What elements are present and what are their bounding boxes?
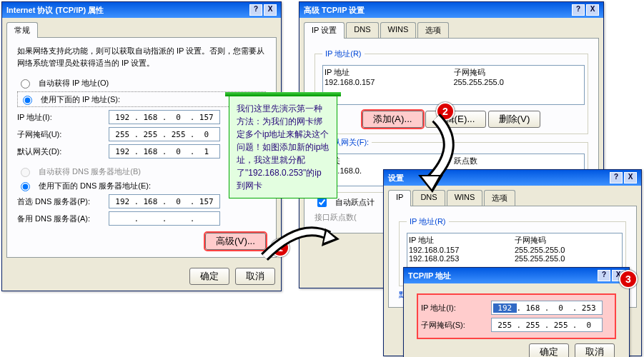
ok-button[interactable]: 确定: [189, 268, 229, 285]
col-ip: IP 地址: [325, 67, 454, 78]
ip-label: IP 地址(I):: [421, 303, 485, 313]
radio-use-dns-label: 使用下面的 DNS 服务器地址(E):: [39, 181, 151, 191]
close-button[interactable]: X: [264, 4, 277, 16]
title-text: 高级 TCP/IP 设置: [304, 5, 365, 16]
dns1-label: 首选 DNS 服务器(P):: [17, 196, 103, 207]
radio-use-ip[interactable]: [23, 96, 32, 105]
radio-use-dns[interactable]: [21, 182, 30, 191]
radio-use-ip-label: 使用下面的 IP 地址(S):: [41, 94, 120, 105]
add-button[interactable]: 添加(A)...: [362, 111, 423, 128]
col-gw: 网关: [325, 156, 454, 166]
tab-general[interactable]: 常规: [6, 22, 38, 38]
tabstrip: 常规: [2, 18, 281, 37]
ip-row[interactable]: 192.168.0.157255.255.255.0: [409, 246, 620, 254]
ip-row[interactable]: 192.168.0.157255.255.255.0: [325, 78, 583, 86]
ok-button[interactable]: 确定: [529, 343, 569, 357]
ip-row[interactable]: 192.168.0.253255.255.255.0: [409, 254, 620, 263]
mask-input[interactable]: 255.255.255.0: [491, 318, 603, 332]
cancel-button[interactable]: 取消: [235, 268, 275, 285]
tab-wins[interactable]: WINS: [447, 190, 483, 206]
tab-dns[interactable]: DNS: [412, 190, 445, 206]
radio-auto-dns-label: 自动获得 DNS 服务器地址(B): [39, 166, 141, 177]
help-button[interactable]: ?: [572, 4, 585, 16]
titlebar: Internet 协议 (TCP/IP) 属性 ? X: [2, 2, 281, 18]
close-button[interactable]: X: [586, 4, 599, 16]
mask-label: 子网掩码(S):: [421, 320, 485, 331]
mask-input[interactable]: 255.255.255.0: [109, 127, 220, 141]
col-hop: 跃点数: [454, 156, 583, 166]
description: 如果网络支持此功能，则可以获取自动指派的 IP 设置。否则，您需要从网络系统管理…: [17, 45, 266, 69]
tcpip-address-dialog: TCP/IP 地址 ?X IP 地址(I): 192.168.0.253 子网掩…: [403, 267, 630, 357]
col-mask: 子网掩码: [454, 67, 583, 78]
instruction-callout: 我们这里先演示第一种方法：为我们的网卡绑定多个ip地址来解决这个问题！如图添加新…: [229, 96, 337, 198]
close-button[interactable]: X: [624, 172, 637, 183]
gw-label: 默认网关(D):: [17, 146, 103, 157]
help-button[interactable]: ?: [249, 4, 262, 16]
cancel-button[interactable]: 取消: [575, 343, 615, 357]
titlebar: TCP/IP 地址 ?X: [404, 268, 629, 283]
edit-button[interactable]: 编辑(E)...: [425, 111, 486, 128]
ip-input[interactable]: 192.168.0.253: [491, 301, 603, 315]
titlebar: 设置 ?X: [384, 170, 641, 186]
ip-legend: IP 地址(R): [407, 216, 449, 227]
radio-auto-ip-label: 自动获得 IP 地址(O): [39, 78, 109, 89]
radio-auto-dns: [21, 168, 30, 177]
tab-ipsettings[interactable]: IP: [388, 190, 411, 206]
step-badge-2: 2: [436, 102, 455, 121]
col-mask: 子网掩码: [515, 235, 620, 246]
help-button[interactable]: ?: [610, 172, 623, 183]
ip-addresses-group: IP 地址(R) IP 地址子网掩码 192.168.0.157255.255.…: [314, 49, 588, 134]
gw-input[interactable]: 192.168.0.1: [109, 144, 220, 159]
help-button[interactable]: ?: [598, 270, 610, 281]
mask-label: 子网掩码(U):: [17, 129, 103, 140]
radio-auto-ip[interactable]: [21, 79, 30, 89]
step-badge-3: 3: [619, 270, 638, 288]
if-hop-label: 接口跃点数(: [314, 212, 357, 223]
auto-hop-label: 自动跃点计: [335, 197, 375, 208]
dns2-label: 备用 DNS 服务器(A):: [17, 213, 103, 224]
col-ip: IP 地址: [409, 235, 515, 246]
tab-options[interactable]: 选项: [484, 190, 515, 206]
delete-button[interactable]: 删除(V): [488, 111, 541, 128]
ip-legend: IP 地址(R): [322, 49, 365, 59]
dns2-input[interactable]: ...: [109, 211, 220, 226]
ip-label: IP 地址(I):: [17, 112, 103, 123]
ip-input[interactable]: 192.168.0.157: [109, 110, 220, 124]
title-text: Internet 协议 (TCP/IP) 属性: [6, 5, 104, 16]
titlebar: 高级 TCP/IP 设置 ?X: [299, 2, 603, 18]
tab-options[interactable]: 选项: [417, 22, 449, 38]
auto-hop-check[interactable]: [317, 198, 327, 207]
tab-wins[interactable]: WINS: [380, 22, 417, 38]
advanced-button[interactable]: 高级(V)...: [205, 233, 266, 250]
tab-dns[interactable]: DNS: [346, 22, 378, 38]
tab-ipsettings[interactable]: IP 设置: [304, 22, 345, 39]
dns1-input[interactable]: 192.168.0.157: [109, 194, 220, 208]
step-badge-1: 1: [271, 238, 289, 257]
title-text: 设置: [388, 173, 404, 183]
title-text: TCP/IP 地址: [408, 271, 451, 281]
